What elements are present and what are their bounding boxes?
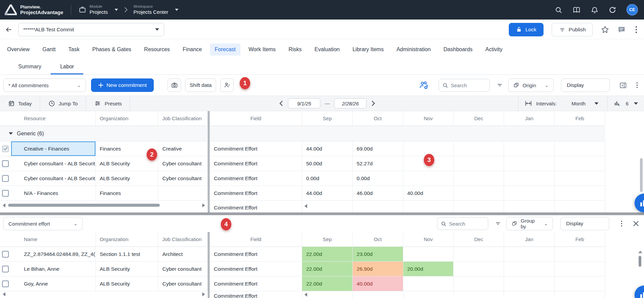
organization-cell[interactable]: Finances: [96, 186, 158, 201]
job-classification-cell[interactable]: Architect: [158, 247, 208, 262]
subtab-summary[interactable]: Summary: [9, 64, 51, 74]
value-cell[interactable]: [504, 291, 555, 298]
tab-risks[interactable]: Risks: [284, 43, 306, 56]
value-cell[interactable]: 22.00d: [302, 247, 353, 262]
field-cell[interactable]: Commitment Effort: [210, 262, 302, 276]
value-cell[interactable]: [504, 171, 555, 186]
value-cell[interactable]: [453, 291, 504, 298]
search-input[interactable]: [451, 82, 485, 88]
field-cell[interactable]: Commitment Effort: [210, 141, 302, 156]
origin-select[interactable]: Origin ⌄: [508, 78, 554, 92]
global-search-button[interactable]: [555, 6, 562, 14]
upper-values-scroll-left-icon[interactable]: [304, 204, 307, 208]
lower-vertical-scrollbar[interactable]: [639, 256, 641, 267]
value-cell[interactable]: 44.00d: [302, 186, 353, 201]
value-cell[interactable]: 22.00d: [302, 262, 353, 276]
value-cell[interactable]: 40.00d: [403, 186, 454, 201]
tab-finance[interactable]: Finance: [178, 43, 207, 56]
previous-period-button[interactable]: [279, 100, 284, 106]
value-cell[interactable]: [353, 291, 403, 298]
today-button[interactable]: Today: [0, 96, 40, 111]
upper-vertical-scrollbar[interactable]: [640, 158, 643, 192]
filter-button[interactable]: [496, 82, 503, 89]
user-avatar[interactable]: CE: [626, 4, 638, 15]
value-cell[interactable]: 23.00d: [353, 247, 403, 262]
group-by-select[interactable]: Group by ⌄: [506, 217, 553, 230]
more-actions-button[interactable]: [634, 25, 639, 35]
display-button[interactable]: Display: [560, 217, 609, 230]
module-switcher[interactable]: Module Projects: [79, 4, 118, 15]
resource-name-cell[interactable]: Cyber consultant - ALB Securit: [11, 171, 96, 186]
value-cell[interactable]: [453, 201, 504, 212]
value-cell[interactable]: [504, 276, 555, 291]
value-cell[interactable]: [555, 201, 605, 212]
field-cell[interactable]: Commitment Effort: [210, 156, 302, 171]
value-cell[interactable]: 69.00d: [353, 141, 403, 156]
presets-button[interactable]: Presets: [86, 96, 130, 111]
organization-cell[interactable]: ALB Security: [96, 276, 158, 291]
value-cell[interactable]: [403, 247, 454, 262]
value-cell[interactable]: 40.00d: [353, 276, 403, 291]
value-cell[interactable]: [555, 186, 605, 201]
value-cell[interactable]: 0.00d: [353, 171, 403, 186]
field-cell[interactable]: Commitment Effort: [210, 201, 302, 212]
value-cell[interactable]: [504, 186, 555, 201]
field-cell[interactable]: Commitment Effort: [210, 247, 302, 262]
scroll-up-arrow-icon[interactable]: [638, 251, 642, 253]
organization-cell[interactable]: Section 1.1.1 test: [96, 247, 158, 262]
value-cell[interactable]: 44.00d: [302, 141, 353, 156]
job-classification-cell[interactable]: Cyber consultant: [158, 156, 208, 171]
tab-forecast[interactable]: Forecast: [210, 43, 240, 56]
subtab-labor[interactable]: Labor: [51, 64, 83, 74]
group-row[interactable]: Generic (6): [0, 126, 605, 141]
row-checkbox[interactable]: [2, 251, 9, 258]
value-cell[interactable]: 50.00d: [302, 156, 353, 171]
capacity-view-select[interactable]: Commitment effort ⌄: [3, 217, 83, 230]
publish-button[interactable]: Publish: [552, 23, 593, 36]
tab-resources[interactable]: Resources: [139, 43, 174, 56]
resource-name-cell[interactable]: Le Bihan, Anne: [11, 262, 96, 276]
notifications-button[interactable]: [591, 6, 598, 14]
lower-values-scroll-left-icon[interactable]: [304, 293, 307, 297]
value-cell[interactable]: 22.00d: [302, 276, 353, 291]
commitments-filter-select[interactable]: * All commitments ⌄: [3, 78, 86, 92]
value-cell[interactable]: 46.00d: [353, 186, 403, 201]
value-cell[interactable]: [403, 291, 454, 298]
value-cell[interactable]: [453, 171, 504, 186]
job-classification-cell[interactable]: Cyber consultant: [158, 171, 208, 186]
field-cell[interactable]: Commitment Effort: [210, 171, 302, 186]
lower-horizontal-scrollbar[interactable]: [3, 292, 205, 296]
row-checkbox[interactable]: [2, 145, 9, 152]
value-cell[interactable]: 20.00d: [403, 262, 454, 276]
tab-evaluation[interactable]: Evaluation: [310, 43, 345, 56]
value-cell[interactable]: [453, 262, 504, 276]
value-cell[interactable]: [504, 262, 555, 276]
resource-name-cell[interactable]: N/A - Finances: [11, 186, 96, 201]
close-panel-button[interactable]: [633, 220, 639, 227]
refresh-button[interactable]: [609, 6, 616, 14]
back-button[interactable]: [5, 26, 13, 33]
value-cell[interactable]: 52.27d: [353, 156, 403, 171]
scroll-right-arrow-icon[interactable]: [202, 292, 205, 296]
tab-dashboards[interactable]: Dashboards: [439, 43, 477, 56]
tab-activity[interactable]: Activity: [481, 43, 507, 56]
resource-name-cell[interactable]: ZZ_2.879464.02484.89, ZZ_4(: [11, 247, 96, 262]
filter-button[interactable]: [494, 220, 502, 227]
organization-cell[interactable]: ALB Security: [96, 262, 158, 276]
tab-gantt[interactable]: Gantt: [38, 43, 60, 56]
toolbar-more-button[interactable]: [635, 80, 639, 90]
resource-name-cell[interactable]: Cyber consultant - ALB Securit: [11, 156, 96, 171]
value-cell[interactable]: [403, 171, 454, 186]
value-cell[interactable]: [453, 156, 504, 171]
tab-library-items[interactable]: Library Items: [348, 43, 388, 56]
interval-count-select[interactable]: # 6: [614, 100, 644, 107]
value-cell[interactable]: [555, 156, 605, 171]
field-cell[interactable]: Commitment Effort: [210, 186, 302, 201]
row-checkbox[interactable]: [2, 160, 9, 167]
workspace-switcher[interactable]: Workspace Projects Center: [134, 4, 178, 15]
tab-task[interactable]: Task: [64, 43, 84, 56]
tab-administration[interactable]: Administration: [392, 43, 435, 56]
favorite-button[interactable]: [601, 26, 609, 34]
row-checkbox[interactable]: [2, 266, 9, 272]
comments-button[interactable]: [617, 26, 626, 34]
